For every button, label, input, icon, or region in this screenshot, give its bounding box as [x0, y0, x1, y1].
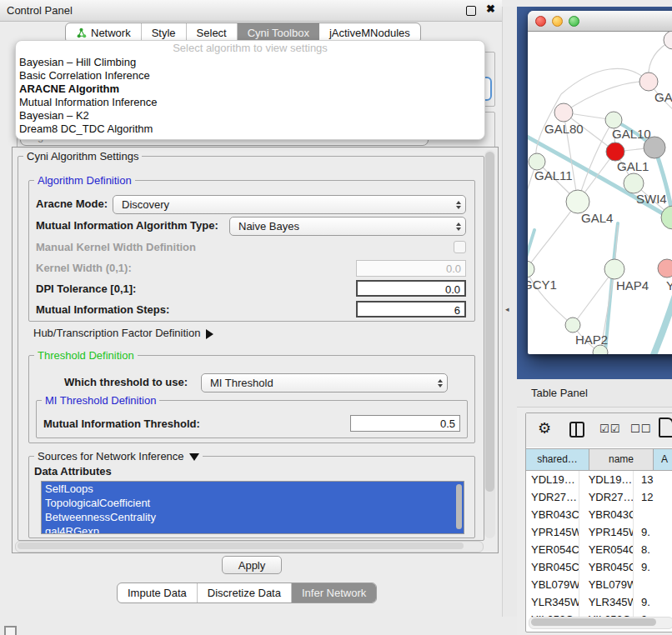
network-node-gal80[interactable]: [554, 103, 573, 122]
tab-impute-data[interactable]: Impute Data: [118, 583, 198, 602]
table-cell[interactable]: YBL079W: [526, 576, 579, 593]
table-cell[interactable]: 9.: [634, 593, 672, 611]
table-cell[interactable]: YBR045C: [579, 558, 634, 576]
data-attributes-list[interactable]: SelfLoopsTopologicalCoefficientBetweenne…: [41, 481, 464, 534]
threshold-definition-title: Threshold Definition: [34, 349, 138, 362]
network-canvas[interactable]: GALGAL80GAL10GAL1SWI4GAL11GAL4GCY1HAP4YH…: [528, 32, 672, 354]
hub-definition-toggle[interactable]: Hub/Transcription Factor Definition: [33, 327, 213, 339]
mi-steps-field[interactable]: 6: [356, 301, 466, 318]
settings-horizontal-scrollbar[interactable]: [15, 541, 484, 552]
dock-panel-icon[interactable]: [4, 626, 17, 635]
table-row[interactable]: YBR043CYBR043C: [526, 506, 672, 523]
table-row[interactable]: YDL19…YDL19…13: [526, 471, 672, 488]
mi-threshold-field[interactable]: 0.5: [350, 415, 460, 432]
table-cell[interactable]: YBR043C: [579, 506, 634, 523]
network-edge[interactable]: [564, 82, 649, 112]
table-cell[interactable]: YBR043C: [526, 506, 579, 523]
mi-type-combo[interactable]: Naive Bayes: [229, 217, 466, 236]
float-panel-icon[interactable]: [466, 6, 476, 16]
node-label: SWI4: [636, 192, 667, 206]
panel-divider[interactable]: ◂: [502, 7, 518, 617]
network-node[interactable]: [664, 32, 672, 49]
which-threshold-combo[interactable]: MI Threshold: [201, 373, 448, 392]
close-panel-icon[interactable]: ✖: [486, 2, 495, 15]
table-cell[interactable]: YPR145W: [579, 523, 634, 541]
network-window[interactable]: GALGAL80GAL10GAL1SWI4GAL11GAL4GCY1HAP4YH…: [528, 11, 672, 354]
table-cell[interactable]: YPR145W: [526, 523, 579, 541]
table-row[interactable]: YDR27…YDR27…12: [526, 488, 672, 506]
manual-kernel-checkbox[interactable]: [454, 241, 466, 253]
table-cell[interactable]: 9.: [634, 558, 672, 576]
table-cell[interactable]: [634, 576, 672, 593]
minimize-window-icon[interactable]: [552, 16, 563, 27]
network-node-gal10[interactable]: [605, 112, 622, 128]
tab-infer-network[interactable]: Infer Network: [292, 583, 376, 602]
settings-vertical-scrollbar[interactable]: [484, 150, 495, 538]
column-header-name[interactable]: name: [589, 449, 654, 470]
list-scrollbar[interactable]: [455, 483, 463, 532]
deselect-all-icon[interactable]: ☐☐: [630, 422, 651, 435]
algorithm-option-bayesian-hill-climbing[interactable]: Bayesian – Hill Climbing: [16, 56, 484, 69]
table-horizontal-scrollbar[interactable]: [529, 617, 672, 629]
table-cell[interactable]: 9.: [634, 523, 672, 541]
column-header-a[interactable]: A: [654, 449, 672, 470]
table-cell[interactable]: YDR27…: [526, 488, 579, 506]
data-attribute-option-selfloops[interactable]: SelfLoops: [42, 482, 464, 496]
network-node-gal11[interactable]: [529, 153, 545, 170]
close-window-icon[interactable]: [535, 16, 546, 27]
algorithm-option-aracne-algorithm[interactable]: ARACNE Algorithm: [16, 82, 484, 96]
table-cell[interactable]: 13: [634, 471, 672, 488]
algorithm-option-dream8-dc-tdc-algorithm[interactable]: Dream8 DC_TDC Algorithm: [16, 122, 484, 136]
table-cell[interactable]: 12: [634, 488, 672, 506]
zoom-window-icon[interactable]: [569, 16, 579, 27]
split-view-icon[interactable]: [569, 422, 584, 438]
column-header-shared-[interactable]: shared…: [526, 449, 589, 470]
network-node-gal[interactable]: [639, 72, 658, 91]
network-edge[interactable]: [528, 202, 578, 269]
table-cell[interactable]: YDL19…: [526, 471, 579, 488]
data-attribute-option-topologicalcoefficient[interactable]: TopologicalCoefficient: [42, 496, 464, 510]
select-all-icon[interactable]: ☑☑: [599, 422, 620, 435]
gear-icon[interactable]: ⚙: [538, 419, 551, 438]
collapse-arrow-icon[interactable]: ◂: [505, 305, 509, 313]
table-cell[interactable]: YER054C: [526, 541, 579, 558]
mi-threshold-group: MI Threshold Definition Mutual Informati…: [36, 400, 468, 438]
table-cell[interactable]: YLR345W: [579, 593, 634, 611]
data-attribute-option-betweennesscentrality[interactable]: BetweennessCentrality: [42, 510, 464, 524]
table-row[interactable]: YBL079WYBL079W: [526, 576, 672, 593]
table-cell[interactable]: YBR045C: [526, 558, 579, 576]
dpi-tolerance-field[interactable]: 0.0: [356, 280, 466, 297]
algorithm-placeholder: Select algorithm to view settings: [16, 41, 484, 56]
table-row[interactable]: YBR045CYBR045C9.: [526, 558, 672, 576]
table-cell[interactable]: 8.: [634, 541, 672, 558]
table-cell[interactable]: YDR27…: [579, 488, 634, 506]
tab-discretize-data[interactable]: Discretize Data: [198, 583, 292, 602]
table-cell[interactable]: YLR345W: [526, 593, 579, 611]
kernel-width-field[interactable]: 0.0: [356, 260, 466, 277]
network-node-gal1[interactable]: [606, 142, 624, 161]
network-node-gcy1[interactable]: [528, 261, 534, 278]
table-row[interactable]: YPR145WYPR145W9.: [526, 523, 672, 541]
data-attribute-option-gal4rgexp[interactable]: gal4RGexp: [42, 524, 464, 534]
network-window-titlebar: [528, 11, 672, 32]
table-cell[interactable]: [634, 506, 672, 523]
network-node-swi4[interactable]: [624, 173, 644, 193]
function-builder-icon[interactable]: [659, 418, 672, 438]
network-node-y[interactable]: [658, 259, 672, 278]
algorithm-option-basic-correlation-inference[interactable]: Basic Correlation Inference: [16, 69, 484, 82]
apply-button[interactable]: Apply: [222, 556, 282, 574]
dpi-tolerance-label: DPI Tolerance [0,1]:: [36, 282, 136, 295]
network-node[interactable]: [644, 137, 665, 158]
table-row[interactable]: YER054CYER054C8.: [526, 541, 672, 558]
network-node-hap4[interactable]: [604, 259, 624, 279]
network-node-gal4[interactable]: [566, 190, 589, 213]
table-cell[interactable]: YER054C: [579, 541, 634, 558]
algorithm-option-mutual-information-inference[interactable]: Mutual Information Inference: [16, 96, 484, 109]
sources-title[interactable]: Sources for Network Inference: [34, 450, 203, 462]
algorithm-option-bayesian-k2[interactable]: Bayesian – K2: [16, 109, 484, 122]
network-node-hap2[interactable]: [565, 318, 580, 332]
table-row[interactable]: YLR345WYLR345W9.: [526, 593, 672, 611]
table-cell[interactable]: YBL079W: [579, 576, 634, 593]
table-cell[interactable]: YDL19…: [579, 471, 634, 488]
aracne-mode-combo[interactable]: Discovery: [113, 195, 466, 214]
